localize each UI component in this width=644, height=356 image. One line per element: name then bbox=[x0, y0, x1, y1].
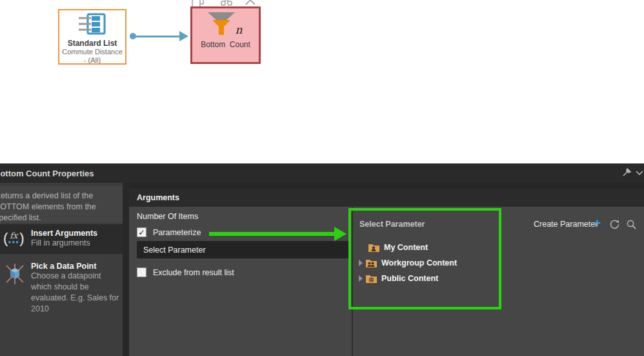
tree-item-public-content[interactable]: Public Content bbox=[359, 271, 498, 286]
sidebar-item-subtitle: Fill in arguments bbox=[31, 238, 97, 249]
datapoint-picker-icon bbox=[4, 263, 26, 285]
expand-arrow-icon[interactable] bbox=[359, 275, 363, 282]
standard-list-node[interactable]: Standard List Commute Distance - (All) bbox=[58, 9, 126, 65]
scissors-icon[interactable] bbox=[219, 0, 234, 6]
exclude-label: Exclude from result list bbox=[153, 268, 234, 277]
parameterize-label: Parameterize bbox=[153, 228, 201, 237]
tree-item-my-content[interactable]: My Content bbox=[359, 240, 498, 255]
tree-item-label: My Content bbox=[384, 243, 428, 252]
folder-globe-icon bbox=[365, 273, 377, 284]
tree-item-label: Workgroup Content bbox=[381, 258, 457, 267]
checkmark-icon: ✓ bbox=[138, 229, 145, 236]
bottom-count-node[interactable]: n Bottom Count bbox=[190, 6, 261, 64]
sidebar-item-title: Pick a Data Point bbox=[31, 262, 121, 271]
properties-titlebar: Bottom Count Properties bbox=[0, 163, 644, 183]
number-of-items-label: Number Of Items bbox=[137, 212, 198, 221]
panel-gap bbox=[129, 183, 644, 189]
connector-line bbox=[134, 36, 180, 37]
annotation-arrow-head-icon bbox=[334, 227, 347, 241]
funnel-icon bbox=[206, 12, 236, 36]
panel-divider bbox=[352, 207, 353, 356]
funnel-n-label: n bbox=[236, 23, 243, 36]
close-icon[interactable] bbox=[245, 0, 256, 5]
tree-item-label: Public Content bbox=[381, 274, 438, 283]
sidebar-item-title: Insert Arguments bbox=[31, 229, 97, 238]
refresh-icon[interactable] bbox=[609, 219, 620, 230]
properties-title: Bottom Count Properties bbox=[0, 169, 94, 178]
node-label: Bottom Count bbox=[192, 40, 259, 49]
fx-icon: (fx●●●) bbox=[3, 230, 29, 248]
expand-arrow-icon[interactable] bbox=[359, 260, 363, 266]
folder-user-icon bbox=[368, 242, 380, 253]
sidebar-item-pick-data-point[interactable]: Pick a Data Point Choose a datapoint whi… bbox=[0, 258, 123, 309]
node-title: Standard List bbox=[59, 39, 125, 48]
dropdown-value: Select Parameter bbox=[143, 246, 206, 255]
tree-item-workgroup-content[interactable]: Workgroup Content bbox=[359, 255, 498, 271]
browser-heading: Select Parameter bbox=[359, 220, 425, 229]
plus-icon[interactable]: + bbox=[594, 218, 601, 228]
canvas-area: Standard List Commute Distance - (All) n… bbox=[0, 0, 644, 163]
node-subtitle-2: - (All) bbox=[59, 56, 125, 65]
sidebar-item-subtitle: Choose a datapoint which should be evalu… bbox=[31, 271, 121, 315]
select-parameter-dropdown[interactable]: Select Parameter bbox=[137, 241, 348, 258]
search-icon[interactable] bbox=[626, 219, 637, 230]
operator-description: Returns a derived list of the BOTTOM ele… bbox=[0, 191, 110, 223]
parameterize-checkbox[interactable]: ✓ bbox=[137, 227, 146, 237]
arguments-header: Arguments bbox=[129, 189, 644, 207]
standard-list-icon bbox=[78, 13, 106, 35]
sidebar-divider bbox=[123, 183, 129, 356]
folder-users-icon bbox=[365, 258, 377, 268]
arguments-header-label: Arguments bbox=[137, 193, 179, 202]
create-parameter-button[interactable]: Create Parameter bbox=[534, 220, 598, 229]
node-subtitle-1: Commute Distance bbox=[59, 48, 125, 56]
pin-icon[interactable] bbox=[621, 167, 632, 178]
sidebar-item-insert-arguments[interactable]: (fx●●●) Insert Arguments Fill in argumen… bbox=[0, 224, 123, 254]
chevron-down-icon[interactable] bbox=[635, 170, 644, 176]
annotation-arrow-shaft bbox=[209, 232, 336, 236]
connector-arrowhead-icon bbox=[179, 31, 188, 41]
exclude-checkbox[interactable] bbox=[137, 267, 146, 277]
operator-description-box: Returns a derived list of the BOTTOM ele… bbox=[0, 186, 123, 223]
